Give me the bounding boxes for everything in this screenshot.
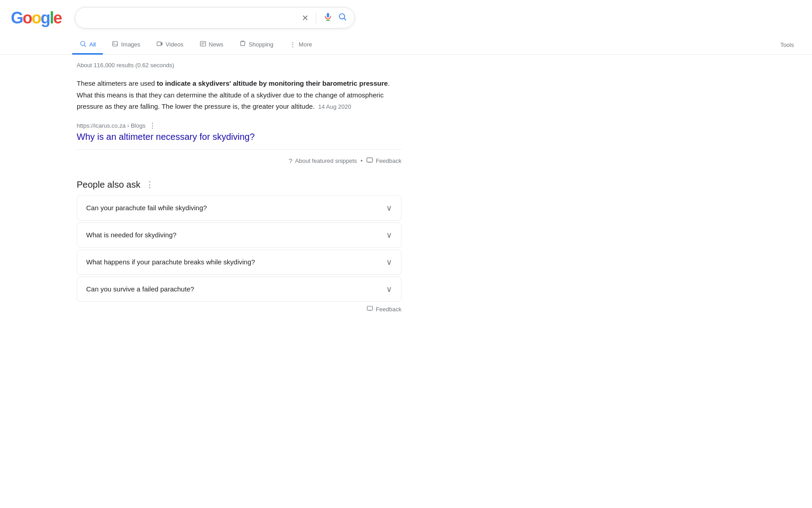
- snippet-feedback-button[interactable]: Feedback: [366, 157, 401, 165]
- images-tab-icon: [112, 41, 118, 48]
- snippet-text-before: These altimeters are used: [77, 79, 157, 87]
- tools-button[interactable]: Tools: [773, 37, 801, 53]
- search-bar: why do you need an altimeter when skydiv…: [75, 7, 355, 28]
- about-snippets-button[interactable]: ? About featured snippets: [289, 157, 357, 165]
- all-tab-icon: [79, 40, 87, 49]
- more-tab-icon: ⋮: [290, 41, 296, 48]
- paa-question-4-text: Can you survive a failed parachute?: [86, 285, 194, 293]
- tab-more[interactable]: ⋮ More: [282, 37, 319, 54]
- tab-images-label: Images: [121, 41, 140, 48]
- paa-question-3-text: What happens if your parachute breaks wh…: [86, 258, 255, 266]
- videos-tab-icon: [157, 41, 163, 48]
- main-content: About 116,000 results (0.62 seconds) The…: [0, 55, 429, 342]
- divider: [316, 13, 316, 23]
- tab-news[interactable]: News: [193, 36, 231, 54]
- search-input[interactable]: why do you need an altimeter when skydiv…: [83, 14, 296, 22]
- paa-question-4[interactable]: Can you survive a failed parachute? ∨: [77, 277, 401, 302]
- about-snippets-label: About featured snippets: [295, 157, 357, 164]
- results-info: About 116,000 results (0.62 seconds): [77, 62, 418, 69]
- tab-shopping-label: Shopping: [249, 41, 273, 48]
- news-tab-icon: [200, 41, 206, 48]
- shopping-tab-icon: [240, 41, 246, 48]
- source-url: https://icarus.co.za › Blogs ⋮: [77, 121, 401, 130]
- svg-line-2: [344, 18, 346, 20]
- bottom-feedback-icon: [367, 305, 373, 313]
- paa-question-1[interactable]: Can your parachute fail while skydiving?…: [77, 195, 401, 221]
- snippet-footer: ? About featured snippets • Feedback: [77, 149, 401, 165]
- svg-rect-0: [327, 13, 329, 18]
- paa-question-2[interactable]: What is needed for skydiving? ∨: [77, 222, 401, 248]
- snippet-feedback-label: Feedback: [376, 157, 401, 164]
- clear-icon[interactable]: ✕: [302, 13, 309, 23]
- paa-options-icon[interactable]: ⋮: [146, 180, 154, 189]
- tab-news-label: News: [209, 41, 224, 48]
- source-url-text: https://icarus.co.za › Blogs: [77, 122, 145, 129]
- snippet-text-bold: to indicate a skydivers' altitude by mon…: [157, 79, 388, 87]
- snippet-date: 14 Aug 2020: [318, 103, 351, 110]
- tab-all-label: All: [89, 41, 96, 48]
- paa-chevron-4-icon: ∨: [386, 284, 392, 294]
- question-circle-icon: ?: [289, 157, 292, 165]
- paa-title: People also ask: [77, 180, 140, 190]
- search-submit-icon[interactable]: [338, 12, 347, 23]
- bottom-feedback: Feedback: [77, 305, 401, 331]
- people-also-ask: People also ask ⋮ Can your parachute fai…: [77, 180, 401, 302]
- svg-rect-5: [113, 42, 118, 46]
- featured-snippet: These altimeters are used to indicate a …: [77, 78, 401, 165]
- paa-chevron-2-icon: ∨: [386, 230, 392, 240]
- snippet-text: These altimeters are used to indicate a …: [77, 78, 401, 112]
- paa-header: People also ask ⋮: [77, 180, 401, 190]
- microphone-icon[interactable]: [323, 12, 332, 23]
- svg-rect-7: [157, 42, 161, 46]
- nav-tabs: All Images Videos: [0, 32, 812, 55]
- paa-question-1-text: Can your parachute fail while skydiving?: [86, 204, 207, 212]
- tab-videos[interactable]: Videos: [149, 36, 191, 54]
- svg-rect-14: [367, 306, 373, 310]
- header: Google why do you need an altimeter when…: [0, 0, 812, 28]
- google-logo[interactable]: Google: [11, 9, 61, 28]
- paa-question-3[interactable]: What happens if your parachute breaks wh…: [77, 249, 401, 275]
- feedback-icon: [366, 157, 373, 165]
- source-options-icon[interactable]: ⋮: [149, 121, 156, 130]
- svg-point-6: [114, 42, 115, 43]
- tab-videos-label: Videos: [166, 41, 184, 48]
- tab-shopping[interactable]: Shopping: [232, 36, 281, 54]
- svg-line-4: [84, 45, 86, 46]
- paa-chevron-3-icon: ∨: [386, 257, 392, 267]
- bottom-feedback-label: Feedback: [376, 306, 401, 313]
- result-title: Why is an altimeter necessary for skydiv…: [77, 132, 401, 142]
- result-title-link[interactable]: Why is an altimeter necessary for skydiv…: [77, 132, 255, 142]
- footer-separator: •: [360, 157, 363, 164]
- paa-question-2-text: What is needed for skydiving?: [86, 231, 176, 239]
- tab-more-label: More: [299, 41, 312, 48]
- svg-rect-13: [367, 157, 373, 162]
- paa-chevron-1-icon: ∨: [386, 203, 392, 213]
- tab-all[interactable]: All: [72, 36, 103, 55]
- bottom-feedback-button[interactable]: Feedback: [367, 305, 401, 313]
- tab-images[interactable]: Images: [105, 36, 148, 54]
